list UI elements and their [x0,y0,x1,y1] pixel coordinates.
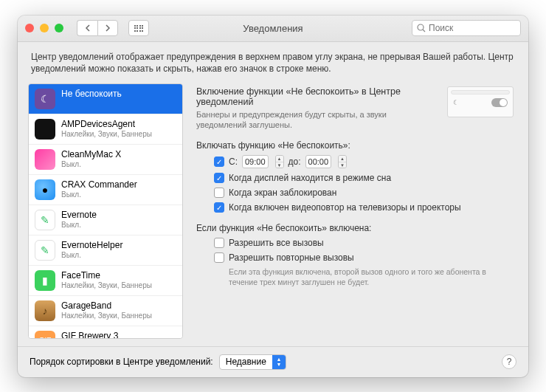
disk-icon: ● [35,179,55,200]
forward-button[interactable] [97,20,118,36]
schedule-checkbox[interactable]: ✓ [214,157,224,167]
chevron-up-icon: ▲ [276,156,283,162]
chevron-left-icon [85,24,91,32]
sidebar-item-sub: Наклейки, Звуки, Баннеры [61,312,152,320]
sidebar-item-label: EvernoteHelper [61,240,122,250]
select-value: Недавние [220,357,272,367]
app-list[interactable]: ☾ Не беспокоить AMPDevicesAgent Наклейки… [28,83,183,339]
svg-line-1 [423,30,425,32]
grid-icon [134,25,144,32]
checkbox[interactable] [214,188,224,198]
chevron-down-icon: ▼ [339,162,346,168]
option-label: Разрешить все вызовы [229,238,324,248]
to-label: до: [288,157,301,167]
help-button[interactable]: ? [502,354,516,369]
sidebar-item-label: GIF Brewery 3 [61,331,118,339]
app-icon [35,149,55,170]
chevron-right-icon [105,24,111,32]
from-label: С: [229,157,238,167]
close-window-button[interactable] [25,24,34,32]
nav-buttons [77,20,118,36]
evernote-icon: ✎ [35,210,55,230]
checkbox[interactable]: ✓ [214,202,224,213]
evernote-icon: ✎ [35,240,55,261]
option-label: Когда экран заблокирован [229,188,336,198]
sidebar-item-evernote[interactable]: ✎ Evernote Выкл. [29,205,182,235]
option-label: Когда дисплей находится в режиме сна [229,173,391,183]
chevron-up-icon: ▲ [339,156,346,162]
option-mirroring[interactable]: ✓ Когда включен видеоповтор на телевизор… [214,202,514,213]
preferences-window: Уведомления Центр уведомлений отображает… [18,16,528,377]
checkbox[interactable] [214,238,224,248]
sidebar-item-crax[interactable]: ● CRAX Commander Выкл. [29,175,182,205]
mini-search-bar [451,90,510,94]
schedule-section-label: Включать функцию «Не беспокоить»: [196,140,514,151]
sidebar-item-facetime[interactable]: ▮ FaceTime Наклейки, Звуки, Баннеры [29,266,182,296]
sidebar-item-cleanmymac[interactable]: CleanMyMac X Выкл. [29,145,182,175]
sidebar-item-label: AMPDevicesAgent [61,119,152,129]
option-label: Когда включен видеоповтор на телевизоры … [229,202,461,213]
search-icon [417,24,426,32]
moon-icon: ☾ [453,99,459,106]
sidebar-item-evernotehelper[interactable]: ✎ EvernoteHelper Выкл. [29,235,182,266]
minimize-window-button[interactable] [40,24,49,32]
window-title: Уведомления [243,23,303,34]
sidebar-item-label: CRAX Commander [61,179,137,190]
option-label: Разрешить повторные вызовы [229,252,354,263]
footer: Порядок сортировки в Центре уведомлений:… [18,346,528,377]
search-field[interactable] [412,20,521,36]
facetime-icon: ▮ [35,270,55,291]
svg-point-0 [418,24,424,30]
sidebar-item-sub: Наклейки, Звуки, Баннеры [61,281,152,289]
sidebar-item-sub: Выкл. [61,190,137,199]
chevron-down-icon: ▼ [276,162,283,168]
main-content: ☾ Не беспокоить AMPDevicesAgent Наклейки… [18,83,528,346]
sidebar-item-label: GarageBand [61,300,152,311]
to-time-field[interactable]: 00:00 [305,155,332,168]
sidebar-item-garageband[interactable]: ♪ GarageBand Наклейки, Звуки, Баннеры [29,296,182,326]
app-icon [35,119,55,140]
option-allow-all-calls[interactable]: Разрешить все вызовы [214,238,514,248]
app-icon: GIF [35,331,55,339]
select-arrows-icon: ▲▼ [272,355,286,369]
detail-subtitle: Баннеры и предупреждения будут скрыты, а… [196,109,437,131]
detail-title: Включение функции «Не беспокоить» в Цент… [196,86,437,107]
sidebar-item-sub: Выкл. [61,160,121,168]
show-all-button[interactable] [128,20,149,36]
maximize-window-button[interactable] [55,24,63,32]
from-stepper[interactable]: ▲▼ [275,155,284,168]
back-button[interactable] [77,20,97,36]
sort-order-select[interactable]: Недавние ▲▼ [219,354,286,370]
sidebar-item-sub: Наклейки, Звуки, Баннеры [61,130,152,138]
calls-section-label: Если функция «Не беспокоить» включена: [196,223,514,233]
checkbox[interactable] [214,252,224,263]
sidebar-item-do-not-disturb[interactable]: ☾ Не беспокоить [29,84,182,114]
from-time-value: 09:00 [245,157,266,166]
from-time-field[interactable]: 09:00 [242,155,269,168]
sidebar-item-label: Evernote [61,210,97,220]
sort-label: Порядок сортировки в Центре уведомлений: [30,357,213,367]
search-input[interactable] [429,23,516,33]
sidebar-item-sub: Выкл. [61,221,97,229]
intro-text: Центр уведомлений отображает предупрежде… [18,42,528,83]
moon-icon: ☾ [35,89,55,109]
schedule-row: ✓ С: 09:00 ▲▼ до: 00:00 ▲▼ [214,155,514,168]
window-controls [25,24,63,32]
repeated-calls-description: Если эта функция включена, второй вызов … [214,267,514,287]
sidebar-item-ampdevicesagent[interactable]: AMPDevicesAgent Наклейки, Звуки, Баннеры [29,114,182,145]
checkbox[interactable]: ✓ [214,173,224,183]
guitar-icon: ♪ [35,300,55,321]
sidebar-item-label: Не беспокоить [61,89,122,99]
titlebar: Уведомления [18,16,528,42]
sidebar-item-label: CleanMyMac X [61,149,121,159]
detail-pane: Включение функции «Не беспокоить» в Цент… [192,83,518,339]
sidebar-item-gifbrewery[interactable]: GIF GIF Brewery 3 [29,326,182,339]
option-screen-locked[interactable]: Когда экран заблокирован [214,188,514,198]
option-display-sleep[interactable]: ✓ Когда дисплей находится в режиме сна [214,173,514,183]
sidebar-item-label: FaceTime [61,270,152,281]
to-stepper[interactable]: ▲▼ [338,155,347,168]
option-allow-repeated-calls[interactable]: Разрешить повторные вызовы [214,252,514,263]
mini-toggle [491,98,508,107]
sidebar-item-sub: Выкл. [61,251,122,259]
to-time-value: 00:00 [308,157,329,166]
